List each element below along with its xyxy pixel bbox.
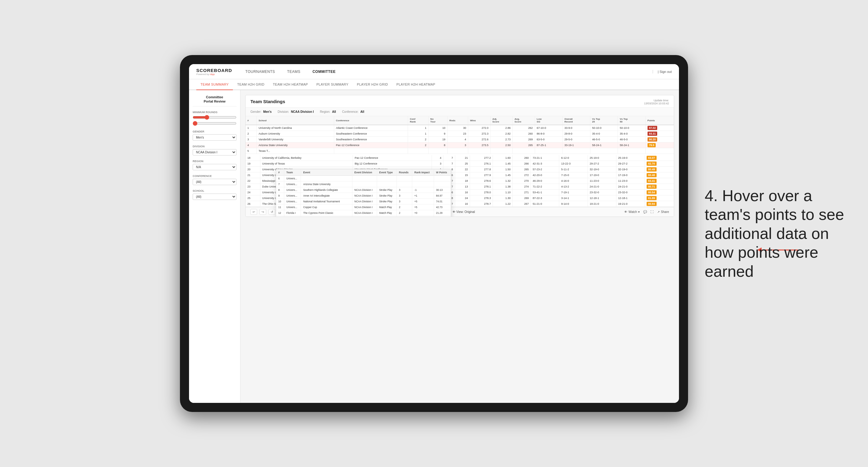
nav-committee[interactable]: COMMITTEE <box>311 69 337 74</box>
col-overall[interactable]: OverallRecord <box>562 116 590 125</box>
subnav-player-summary[interactable]: PLAYER SUMMARY <box>312 79 353 90</box>
share-button[interactable]: ↗ Share <box>657 210 669 214</box>
table-row[interactable]: 5 Texas T... <box>246 148 674 154</box>
nav-links: TOURNAMENTS TEAMS COMMITTEE <box>244 69 652 74</box>
popup-row: 9Univers...Amer Ari IntercollegiateNCAA … <box>276 193 451 199</box>
sidebar-division: Division NCAA Division I NCAA Division I… <box>193 145 237 155</box>
subnav-player-h2h-heatmap[interactable]: PLAYER H2H HEATMAP <box>392 79 439 90</box>
table-row[interactable]: 1 University of North Carolina Atlantic … <box>246 125 674 131</box>
min-rounds-slider[interactable] <box>193 115 237 120</box>
col-school[interactable]: School <box>256 116 334 125</box>
gender-select[interactable]: Men's Women's <box>193 134 237 141</box>
region-select[interactable]: N/A East West <box>193 164 237 170</box>
nav-teams[interactable]: TEAMS <box>286 69 302 74</box>
subnav-player-h2h-grid[interactable]: PLAYER H2H GRID <box>353 79 392 90</box>
popup-col-impact: Rank Impact <box>412 169 434 176</box>
subnav-team-h2h-grid[interactable]: TEAM H2H GRID <box>233 79 269 90</box>
expand-button[interactable]: ⛶ <box>651 210 654 214</box>
popup-col-event: Event <box>301 169 352 176</box>
toolbar-right: 👁 Watch ▾ 💬 ⛶ ↗ <box>624 210 669 214</box>
points-badge[interactable]: 83.41 <box>647 179 657 183</box>
col-avg-score[interactable]: Avg.Score <box>513 116 535 125</box>
min-rounds-slider2[interactable] <box>193 121 237 126</box>
col-low-sg[interactable]: LowSG <box>535 116 562 125</box>
points-badge[interactable]: 80.54 <box>647 190 657 194</box>
points-badge[interactable]: 82.70 <box>647 161 657 166</box>
school-select[interactable]: (All) <box>193 194 237 200</box>
points-badge[interactable]: 93.31 <box>648 131 657 136</box>
popup-col-rank: # <box>276 169 284 176</box>
sidebar-school: School (All) <box>193 189 237 200</box>
subnav-team-h2h-heatmap[interactable]: TEAM H2H HEATMAP <box>269 79 312 90</box>
popup-row: 10Univers...National Invitational Tourna… <box>276 199 451 205</box>
report-title: Team Standings <box>250 99 285 104</box>
col-wins[interactable]: Wins <box>468 116 491 125</box>
sidebar-min-rounds: Minimum Rounds <box>193 111 237 126</box>
popup-col-division: Event Division <box>352 169 377 176</box>
points-badge[interactable]: 80.94 <box>647 202 657 206</box>
sidebar-conference: Conference (All) <box>193 175 237 185</box>
sub-nav: TEAM SUMMARY TEAM H2H GRID TEAM H2H HEAT… <box>189 79 679 90</box>
col-conference[interactable]: Conference <box>334 116 408 125</box>
tablet-screen: SCOREBOARD Powered by clipp TOURNAMENTS … <box>189 64 679 403</box>
logo-title: SCOREBOARD <box>196 68 232 73</box>
points-badge[interactable]: 80.49 <box>647 167 657 172</box>
nav-tournaments[interactable]: TOURNAMENTS <box>244 69 276 74</box>
popup-row: 6Univers... <box>276 176 451 182</box>
toolbar-view[interactable]: 👁 View: Original <box>453 210 475 214</box>
sign-out[interactable]: | Sign out <box>653 70 672 73</box>
redo-button[interactable]: ↪ <box>259 209 266 215</box>
sidebar-gender: Gender Men's Women's <box>193 130 237 141</box>
table-row[interactable]: 3 Vanderbilt University Southeastern Con… <box>246 137 674 143</box>
conference-select[interactable]: (All) <box>193 179 237 185</box>
annotation-container: 4. Hover over a team's points to see add… <box>705 186 850 281</box>
comment-icon: 💬 <box>643 210 647 214</box>
top-nav: SCOREBOARD Powered by clipp TOURNAMENTS … <box>189 64 679 79</box>
col-vs50[interactable]: Vs Top50 <box>618 116 646 125</box>
popup-row: 13Univers...Williams CupNCAA Division IS… <box>276 216 451 217</box>
hover-popup: # Team Event Event Division Event Type R… <box>276 169 451 217</box>
table-row[interactable]: 19University of TexasBig 12 Conference 3… <box>246 161 674 167</box>
filter-region: Region: All <box>320 110 336 114</box>
popup-row: 12Florida IThe Cypress Point ClassicNCAA… <box>276 210 451 216</box>
expand-icon: ⛶ <box>651 210 654 214</box>
chevron-down-icon: ▾ <box>638 210 640 214</box>
col-conf-rank[interactable]: ConfRank <box>408 116 429 125</box>
col-rank[interactable]: # <box>246 116 256 125</box>
points-badge[interactable]: 79.5 <box>648 143 656 147</box>
view-icon: 👁 <box>453 210 456 214</box>
table-row[interactable]: 18University of California, BerkeleyPac-… <box>246 155 674 161</box>
col-vs25[interactable]: Vs Top25 <box>590 116 618 125</box>
points-badge[interactable]: 80.48 <box>647 173 657 177</box>
points-badge[interactable]: 81.89 <box>647 196 657 200</box>
points-badge[interactable]: 80.71 <box>647 185 657 189</box>
comment-button[interactable]: 💬 <box>643 210 647 214</box>
filter-conference: Conference: All <box>342 110 364 114</box>
sidebar: CommitteePortal Review Minimum Rounds Ge… <box>189 90 241 403</box>
col-no-tour[interactable]: NoTour <box>428 116 447 125</box>
popup-col-points: W Points <box>434 169 451 176</box>
subnav-team-summary[interactable]: TEAM SUMMARY <box>196 79 233 90</box>
reset-button[interactable]: ↺ <box>269 209 275 215</box>
center-content: Team Standings Update time: 13/03/2024 1… <box>241 90 679 403</box>
report-header: Team Standings Update time: 13/03/2024 1… <box>246 95 674 108</box>
table-row[interactable]: 4 Arizona State University Pac-12 Confer… <box>246 143 674 148</box>
watch-button[interactable]: 👁 Watch ▾ <box>624 210 640 214</box>
share-icon: ↗ <box>657 210 660 214</box>
points-badge[interactable]: 97.02 <box>648 126 657 130</box>
main-content: CommitteePortal Review Minimum Rounds Ge… <box>189 90 679 403</box>
col-rnds[interactable]: Rnds <box>447 116 468 125</box>
logo: SCOREBOARD Powered by clipp <box>196 68 232 75</box>
standings-table: # School Conference ConfRank NoTour Rnds… <box>246 116 674 154</box>
table-row[interactable]: 2 Auburn University Southeastern Confere… <box>246 131 674 137</box>
tablet-frame: SCOREBOARD Powered by clipp TOURNAMENTS … <box>180 55 688 412</box>
points-badge[interactable]: 90.20 <box>648 137 657 142</box>
filters-row: Gender: Men's Division: NCAA Division I … <box>246 108 674 116</box>
points-badge[interactable]: 83.07 <box>647 156 657 160</box>
annotation-text: 4. Hover over a team's points to see add… <box>705 186 850 281</box>
undo-button[interactable]: ↩ <box>250 209 257 215</box>
col-points[interactable]: Points <box>645 116 674 125</box>
col-adj-score[interactable]: Adj.Score <box>491 116 513 125</box>
popup-col-type: Event Type <box>377 169 397 176</box>
division-select[interactable]: NCAA Division I NCAA Division II <box>193 149 237 155</box>
